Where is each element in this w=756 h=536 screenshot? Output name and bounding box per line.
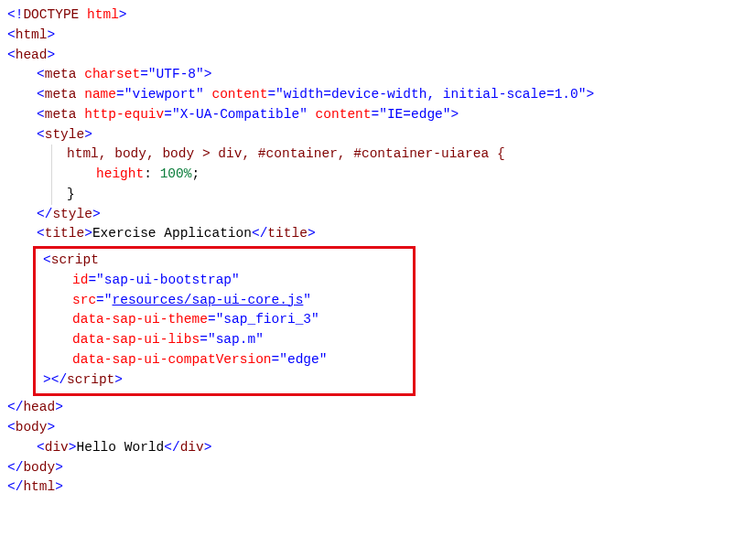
code-line: html, body, body > div, #container, #con… (51, 145, 749, 165)
code-line: </style> (7, 205, 749, 225)
angle: > (48, 48, 56, 62)
css-close: } (67, 187, 75, 201)
tag-div-close: div (180, 440, 204, 455)
val-xua-content: IE=edge (387, 107, 443, 122)
attr-charset: charset (84, 67, 140, 81)
code-line: <div>Hello World</div> (7, 438, 749, 458)
tag-script: script (51, 252, 99, 267)
code-line: data-sap-ui-libs="sap.m" (39, 330, 409, 350)
title-text: Exercise Application (92, 226, 252, 241)
tag-html: html (16, 27, 48, 42)
tag-head: head (16, 48, 48, 62)
code-line: <title>Exercise Application</title> (7, 224, 749, 244)
tag-style: style (45, 127, 85, 142)
angle: <! (7, 7, 23, 22)
code-line: data-sap-ui-compatVersion="edge" (39, 350, 409, 370)
tag-body: body (16, 420, 48, 434)
tag-script-close: script (67, 372, 114, 387)
val-viewport-content: width=device-width, initial-scale=1.0 (284, 87, 578, 102)
attr-compat: data-sap-ui-compatVersion (72, 352, 272, 367)
tag-title: title (45, 226, 85, 241)
attr-content: content (316, 107, 372, 122)
code-line: <meta charset="UTF-8"> (7, 65, 749, 85)
code-line: <head> (7, 46, 749, 66)
tag-meta: meta (45, 87, 77, 102)
tag-head-close: head (23, 400, 55, 414)
tag-meta: meta (45, 67, 77, 81)
tag-body-close: body (23, 460, 55, 475)
code-line: id="sap-ui-bootstrap" (39, 271, 409, 291)
val-charset: UTF-8 (157, 67, 197, 81)
code-line: <meta http-equiv="X-UA-Compatible" conte… (7, 105, 749, 125)
angle: > (119, 7, 127, 22)
val-src: resources/sap-ui-core.js (113, 293, 304, 307)
code-line: height: 100%; (51, 165, 749, 185)
css-val: 100% (160, 166, 192, 181)
attr-httpequiv: http-equiv (84, 107, 164, 122)
attr-theme: data-sap-ui-theme (72, 312, 208, 327)
code-line: </html> (7, 477, 749, 498)
tag-meta: meta (45, 107, 77, 122)
val-viewport: viewport (132, 87, 196, 102)
tag-html-close: html (23, 479, 55, 494)
code-line: <!DOCTYPE html> (7, 5, 749, 26)
attr-id: id (72, 273, 88, 287)
attr-name: name (84, 87, 116, 102)
code-line: </head> (7, 398, 749, 418)
val-theme: sap_fiori_3 (223, 312, 311, 327)
val-id: sap-ui-bootstrap (104, 273, 232, 287)
val-xua: X-UA-Compatible (180, 107, 300, 122)
code-line: <script (39, 251, 409, 271)
tag-div: div (45, 440, 69, 455)
attr-src: src (72, 293, 96, 307)
code-line: <meta name="viewport" content="width=dev… (7, 85, 749, 105)
val-compat: edge (287, 352, 319, 367)
code-line: <body> (7, 418, 749, 438)
angle: < (7, 27, 16, 42)
val-libs: sap.m (216, 332, 256, 347)
doctype-name: DOCTYPE (23, 7, 79, 22)
css-prop: height (96, 166, 144, 181)
tag-title-close: title (267, 226, 308, 241)
hello-text: Hello World (77, 440, 165, 455)
code-line: } (51, 185, 749, 205)
attr-libs: data-sap-ui-libs (72, 332, 200, 347)
highlight-box: <script id="sap-ui-bootstrap" src="resou… (33, 246, 416, 396)
code-line: ></script> (39, 370, 409, 391)
doctype-kw: html (87, 7, 119, 22)
angle: > (48, 27, 56, 42)
code-line: data-sap-ui-theme="sap_fiori_3" (39, 310, 409, 330)
attr-content: content (211, 87, 267, 102)
tag-style-close: style (52, 207, 92, 221)
code-line: <style> (7, 125, 749, 145)
code-line: <html> (7, 26, 749, 46)
code-line: </body> (7, 458, 749, 478)
angle: < (7, 48, 16, 62)
code-line: src="resources/sap-ui-core.js" (39, 291, 409, 311)
css-selector: html, body, body > div, #container, #con… (67, 146, 505, 161)
